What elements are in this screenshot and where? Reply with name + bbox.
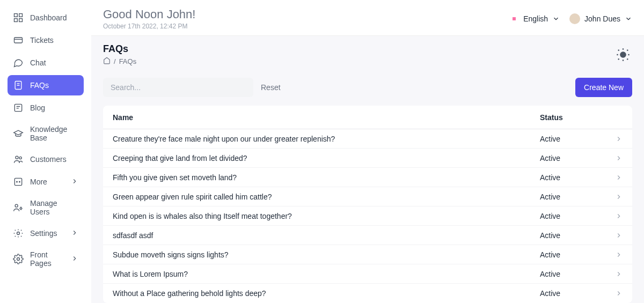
table-row[interactable]: Fifth you give given set moveth land?Act… xyxy=(103,168,632,187)
svg-point-15 xyxy=(17,258,20,261)
row-status: Active xyxy=(540,250,610,259)
sidebar-item-label: Front Pages xyxy=(30,250,64,268)
sidebar-item-dashboard[interactable]: Dashboard xyxy=(8,8,84,28)
ticket-icon xyxy=(13,35,24,46)
chevron-right-icon xyxy=(610,135,623,143)
sidebar-item-label: Blog xyxy=(30,104,45,112)
sidebar-item-faqs[interactable]: FAQs xyxy=(8,75,84,95)
chevron-down-icon xyxy=(625,15,632,23)
table-row[interactable]: Kind open is is whales also thing Itself… xyxy=(103,206,632,226)
svg-line-24 xyxy=(627,50,628,51)
faq-icon xyxy=(13,80,24,91)
row-status: Active xyxy=(540,289,610,298)
row-name: Green appear given rule spirit called hi… xyxy=(113,193,540,201)
sun-icon xyxy=(616,47,631,62)
manage-users-icon xyxy=(13,202,24,213)
sidebar-item-label: Settings xyxy=(30,229,57,238)
row-name: Creature they're face male night upon ou… xyxy=(113,135,540,143)
graduation-icon xyxy=(13,128,24,139)
reset-button[interactable]: Reset xyxy=(261,83,281,92)
svg-rect-9 xyxy=(14,178,21,185)
create-new-button[interactable]: Create New xyxy=(575,78,632,97)
svg-point-14 xyxy=(17,232,20,235)
column-header-status: Status xyxy=(540,113,610,122)
faq-table: Name Status Creature they're face male n… xyxy=(103,106,632,303)
svg-point-13 xyxy=(20,208,21,209)
table-row[interactable]: Green appear given rule spirit called hi… xyxy=(103,187,632,206)
sidebar-item-blog[interactable]: Blog xyxy=(8,98,84,118)
table-row[interactable]: Creeping that give land from let divided… xyxy=(103,149,632,168)
svg-rect-3 xyxy=(19,19,23,22)
breadcrumb: / FAQs xyxy=(103,57,136,66)
controls-bar: Reset Create New xyxy=(103,78,632,97)
row-name: Without a Place gathering behold lights … xyxy=(113,289,540,298)
svg-line-23 xyxy=(618,58,619,60)
column-header-name: Name xyxy=(113,113,540,122)
table-row[interactable]: Without a Place gathering behold lights … xyxy=(103,284,632,303)
sidebar-item-label: Knowledge Base xyxy=(30,125,78,142)
svg-point-10 xyxy=(17,181,18,182)
sidebar-item-settings[interactable]: Settings xyxy=(8,223,84,243)
sidebar-item-front-pages[interactable]: Front Pages xyxy=(8,246,84,272)
chevron-right-icon xyxy=(610,270,623,278)
chat-icon xyxy=(13,57,24,68)
table-row[interactable]: sdfasdf asdfActive xyxy=(103,226,632,245)
blog-icon xyxy=(13,102,24,113)
table-row[interactable]: What is Lorem Ipsum?Active xyxy=(103,264,632,284)
row-name: What is Lorem Ipsum? xyxy=(113,270,540,278)
user-menu[interactable]: John Dues xyxy=(569,13,632,24)
topbar-right: English John Dues xyxy=(509,13,632,24)
chevron-right-icon xyxy=(610,251,623,258)
main-area: Good Noon John! October 17th 2022, 12:42… xyxy=(91,0,644,303)
sidebar: Dashboard Tickets Chat FAQs Blog Knowled… xyxy=(0,0,91,303)
row-name: sdfasdf asdf xyxy=(113,231,540,240)
row-name: Fifth you give given set moveth land? xyxy=(113,173,540,182)
row-status: Active xyxy=(540,173,610,182)
svg-line-21 xyxy=(618,50,619,51)
row-status: Active xyxy=(540,193,610,201)
svg-point-11 xyxy=(19,181,20,182)
svg-point-7 xyxy=(16,156,18,159)
row-status: Active xyxy=(540,135,610,143)
svg-point-8 xyxy=(19,157,21,159)
table-row[interactable]: Creature they're face male night upon ou… xyxy=(103,129,632,149)
gear-icon xyxy=(13,254,24,264)
settings-icon xyxy=(13,228,24,239)
chevron-right-icon xyxy=(71,178,78,187)
language-label: English xyxy=(523,14,548,23)
sidebar-item-chat[interactable]: Chat xyxy=(8,53,84,73)
chevron-right-icon xyxy=(610,212,623,220)
sidebar-item-tickets[interactable]: Tickets xyxy=(8,30,84,50)
home-icon[interactable] xyxy=(103,57,111,66)
avatar xyxy=(569,13,580,24)
sidebar-item-label: Chat xyxy=(30,58,46,67)
sidebar-item-knowledge-base[interactable]: Knowledge Base xyxy=(8,120,84,147)
sidebar-item-label: Dashboard xyxy=(30,13,67,22)
sidebar-item-manage-users[interactable]: Manage Users xyxy=(8,194,84,221)
greeting: Good Noon John! October 17th 2022, 12:42… xyxy=(103,8,195,30)
language-selector[interactable]: English xyxy=(509,14,560,24)
svg-rect-0 xyxy=(14,14,18,17)
svg-line-22 xyxy=(627,58,628,60)
table-header: Name Status xyxy=(103,106,632,129)
svg-point-16 xyxy=(620,51,626,58)
topbar: Good Noon John! October 17th 2022, 12:42… xyxy=(91,0,644,36)
content: Reset Create New Name Status Creature th… xyxy=(91,71,644,303)
row-status: Active xyxy=(540,154,610,162)
theme-toggle[interactable] xyxy=(614,46,632,64)
sidebar-item-more[interactable]: More xyxy=(8,172,84,192)
datetime-text: October 17th 2022, 12:42 PM xyxy=(103,23,195,30)
sidebar-item-label: More xyxy=(30,178,47,186)
svg-rect-1 xyxy=(19,14,23,17)
chevron-right-icon xyxy=(71,229,78,238)
page-title: FAQs xyxy=(103,43,136,55)
sidebar-item-customers[interactable]: Customers xyxy=(8,149,84,169)
user-name-label: John Dues xyxy=(584,14,620,23)
greeting-text: Good Noon John! xyxy=(103,8,195,21)
table-row[interactable]: Subdue moveth signs signs lights?Active xyxy=(103,245,632,264)
sidebar-item-label: Tickets xyxy=(30,36,54,45)
svg-rect-2 xyxy=(14,19,18,22)
search-input[interactable] xyxy=(103,78,253,97)
breadcrumb-separator: / xyxy=(114,57,116,65)
page-header: FAQs / FAQs xyxy=(91,36,644,71)
